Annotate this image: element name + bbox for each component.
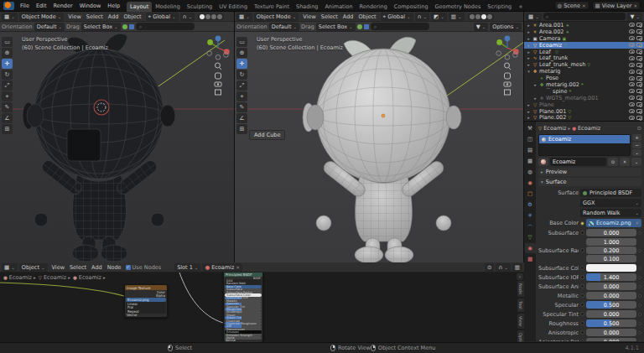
viewport-left-canvas[interactable]: User Perspective (60) Scene Collection |… xyxy=(0,32,234,262)
falloff-icon[interactable] xyxy=(122,24,127,29)
workspace-tab[interactable]: Compositing xyxy=(391,2,432,12)
orientation-dropdown[interactable]: Default⌄ xyxy=(269,23,299,31)
sidebar-tab[interactable]: Options xyxy=(517,330,524,342)
expand-arrow-icon[interactable]: ▸ xyxy=(526,55,532,60)
decorator-dot[interactable] xyxy=(580,275,584,279)
keyframe-dot[interactable] xyxy=(638,249,641,252)
tool-button[interactable]: ⊞ xyxy=(236,124,247,134)
unlink-material-button[interactable]: ✕ xyxy=(620,158,630,166)
decorator-dot[interactable] xyxy=(580,248,584,252)
properties-tab[interactable]: ◫ xyxy=(525,134,536,144)
drag-dropdown[interactable]: Select Box⌄ xyxy=(316,23,356,31)
filter-funnel-icon[interactable]: ▼⌄ xyxy=(627,13,642,21)
options-dropdown[interactable]: Options⌄ xyxy=(490,23,522,31)
render-camera-icon[interactable] xyxy=(636,49,642,54)
tool-button[interactable]: ⤢ xyxy=(236,80,247,91)
shading-solid-button[interactable] xyxy=(205,14,210,19)
workspace-tab[interactable]: Geometry Nodes xyxy=(432,2,485,12)
shading-rendered-button[interactable] xyxy=(487,14,492,19)
tool-button[interactable]: ↻ xyxy=(2,70,13,80)
overlays-toggle[interactable]: ▥ xyxy=(512,263,522,272)
shader-material-selector[interactable]: ●Ecoamiz✕ xyxy=(202,263,242,272)
socket-dot[interactable] xyxy=(580,221,584,226)
node-canvas[interactable]: ●Ecoamiz▸▽Ecoamiz▸●Ecoamiz▸ Image Textur… xyxy=(0,273,524,342)
visibility-eye-icon[interactable] xyxy=(629,29,635,34)
material-slot-list[interactable]: Ecoamiz xyxy=(538,134,631,156)
sidebar-tab[interactable]: Tool xyxy=(517,298,524,312)
expand-arrow-icon[interactable]: ▸ xyxy=(526,115,532,120)
visibility-eye-icon[interactable] xyxy=(629,70,635,74)
expand-arrow-icon[interactable]: ▸ xyxy=(526,43,532,48)
orientation-dropdown[interactable]: Default⌄ xyxy=(34,23,65,31)
visibility-eye-icon[interactable] xyxy=(629,109,635,113)
shading-wireframe-button[interactable] xyxy=(470,14,475,19)
property-row[interactable]: Specular Tint 0.000 xyxy=(538,309,641,319)
editor-type-button[interactable]: ▦⌄ xyxy=(2,13,18,21)
render-camera-icon[interactable] xyxy=(636,36,642,40)
properties-tab[interactable]: ▤ xyxy=(525,145,536,155)
expand-arrow-icon[interactable]: ▸ xyxy=(532,82,538,87)
nav-gizmo-right[interactable] xyxy=(495,35,520,96)
properties-tab[interactable]: ⚒ xyxy=(525,123,536,133)
active-tool-icon[interactable] xyxy=(364,24,369,29)
outliner-row[interactable]: ▸ ▽ Leaf_trunk_mesh ▽ xyxy=(524,61,644,68)
tool-button[interactable]: ⊕ xyxy=(2,48,13,58)
outliner-row[interactable]: ▾ ✥ metarig xyxy=(524,68,644,75)
snap-magnet-icon[interactable]: ∩⌄ xyxy=(415,13,429,21)
filter-dropdown[interactable]: ▼⌄ xyxy=(474,23,489,31)
value-slider[interactable]: 0.000 xyxy=(586,310,636,318)
visibility-eye-icon[interactable] xyxy=(629,82,635,86)
property-row[interactable]: Subsurface Anis... 0.000 xyxy=(538,282,641,291)
properties-tab[interactable]: ▩ xyxy=(525,254,536,264)
search-input[interactable]: ⌕ xyxy=(136,23,195,30)
sidebar-toggle-button[interactable]: ‹ xyxy=(517,273,523,280)
keyframe-dot[interactable] xyxy=(638,294,641,298)
visibility-eye-icon[interactable] xyxy=(629,89,635,93)
menu-item[interactable]: Render xyxy=(49,3,75,9)
principled-bsdf-node[interactable]: Principled BSDF BSDFGGXRandom WalkBase C… xyxy=(223,273,263,342)
decorator-dot[interactable] xyxy=(580,231,584,235)
decorator-dot[interactable] xyxy=(580,312,584,316)
editor-type-button[interactable]: ▦⌄ xyxy=(2,263,18,272)
expand-arrow-icon[interactable]: ▸ xyxy=(526,62,532,67)
tool-button[interactable]: ⤢ xyxy=(2,80,13,91)
keyframe-dot[interactable] xyxy=(638,231,641,235)
sidebar-tab[interactable]: View xyxy=(517,314,524,329)
visibility-eye-icon[interactable] xyxy=(629,43,635,47)
properties-tab[interactable]: ⚙ xyxy=(525,200,536,210)
viewport-menu-item[interactable]: Object xyxy=(356,13,378,20)
preview-panel-header[interactable]: ▸Preview xyxy=(538,168,641,176)
value-slider[interactable]: 0.000 xyxy=(586,338,636,341)
render-camera-icon[interactable] xyxy=(636,63,642,67)
breadcrumb-object[interactable]: ▽Ecoamiz xyxy=(538,125,566,132)
decorator-dot[interactable] xyxy=(580,321,584,325)
transform-orientation-dropdown[interactable]: ⌖Global⌄ xyxy=(381,13,413,21)
pin-icon[interactable]: ⊙ xyxy=(485,263,494,272)
property-row[interactable]: Roughness 0.500 xyxy=(538,319,641,328)
shader-menu-item[interactable]: View xyxy=(49,264,67,271)
workspace-tab[interactable]: Shading xyxy=(293,2,321,12)
render-camera-icon[interactable] xyxy=(636,109,642,113)
render-camera-icon[interactable] xyxy=(636,89,642,93)
decorator-dot[interactable] xyxy=(580,293,584,298)
vector-fields[interactable]: 1.0000.2000.100 xyxy=(586,238,636,262)
remove-slot-button[interactable]: − xyxy=(632,142,641,148)
workspace-tab[interactable]: + xyxy=(515,2,526,12)
menu-item[interactable]: Help xyxy=(104,3,123,9)
visibility-eye-icon[interactable] xyxy=(629,102,635,106)
properties-tab[interactable]: ▽ xyxy=(525,232,536,242)
tool-button[interactable]: ⊞ xyxy=(2,124,13,134)
visibility-eye-icon[interactable] xyxy=(629,116,635,120)
property-row[interactable]: Subsurface 0.000 xyxy=(538,228,641,237)
property-row[interactable]: Specular 0.500 xyxy=(538,300,641,309)
viewport-menu-item[interactable]: View xyxy=(300,13,318,20)
outliner-row[interactable]: ▸ ▽ Plane xyxy=(524,101,644,108)
render-camera-icon[interactable] xyxy=(636,70,642,74)
color-swatch[interactable] xyxy=(586,264,636,272)
snap-magnet-icon[interactable]: ∩⌄ xyxy=(180,13,195,21)
slot-specials-button[interactable]: ⌄ xyxy=(632,149,641,156)
expand-arrow-icon[interactable]: ▸ xyxy=(526,36,532,41)
material-name-field[interactable]: Ecoamiz xyxy=(550,158,606,166)
outliner-search-input[interactable]: ⌕ xyxy=(543,13,626,20)
editor-type-button[interactable]: ▦⌄ xyxy=(236,13,252,21)
